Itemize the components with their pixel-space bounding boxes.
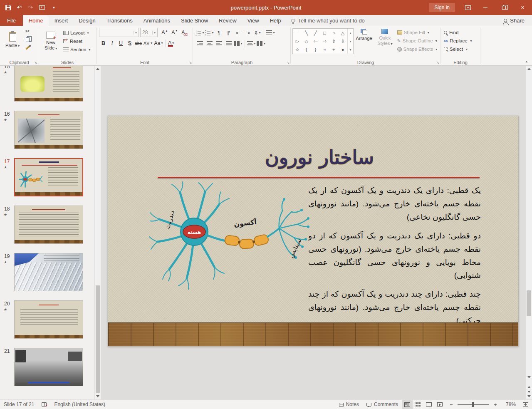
reading-view-button[interactable] xyxy=(423,400,434,409)
shape-icon[interactable]: ◇ xyxy=(302,37,311,45)
increase-indent-button[interactable]: ⇥ xyxy=(243,28,252,37)
tab-transitions[interactable]: Transitions xyxy=(101,15,138,26)
slide-editing-area[interactable]: ساختار نورون xyxy=(101,66,525,399)
ribbon-display-options-button[interactable] xyxy=(460,0,476,15)
decrease-indent-button[interactable]: ⇤ xyxy=(234,28,242,37)
shape-icon[interactable]: □ xyxy=(320,29,329,37)
arrange-button[interactable]: Arrange xyxy=(354,27,374,41)
shape-outline-button[interactable]: ✎Shape Outline xyxy=(396,37,439,45)
notes-button[interactable]: Notes xyxy=(335,400,363,409)
slide-17-canvas[interactable]: ساختار نورون xyxy=(108,116,519,347)
normal-view-button[interactable] xyxy=(402,400,413,409)
start-from-beginning-button[interactable] xyxy=(36,2,47,13)
zoom-in-button[interactable]: + xyxy=(492,402,498,408)
slide-20-thumbnail[interactable] xyxy=(14,300,83,339)
shape-icon[interactable]: ≈ xyxy=(320,45,329,54)
change-case-button[interactable]: Aa xyxy=(153,39,163,47)
replace-button[interactable]: abReplace xyxy=(442,37,479,45)
copy-button[interactable] xyxy=(23,35,32,44)
scroll-down-button[interactable] xyxy=(526,374,532,380)
text-direction-button[interactable] xyxy=(266,28,275,37)
tab-home[interactable]: Home xyxy=(23,15,49,26)
line-spacing-button[interactable]: ⇕ xyxy=(253,28,262,37)
ltr-paragraph-button[interactable]: ¶ xyxy=(224,28,233,37)
shape-icon[interactable]: ⇦ xyxy=(311,37,320,45)
shape-icon[interactable]: ☆ xyxy=(293,45,302,54)
slide-17-thumbnail[interactable] xyxy=(14,158,83,196)
shape-icon[interactable]: ⇧ xyxy=(329,37,338,45)
title-divider-line[interactable] xyxy=(158,177,480,178)
tab-file[interactable]: File xyxy=(0,15,23,26)
tab-animations[interactable]: Animations xyxy=(138,15,176,26)
tab-help[interactable]: Help xyxy=(265,15,287,26)
section-button[interactable]: Section xyxy=(62,45,92,54)
scrollbar-thumb[interactable] xyxy=(96,285,100,393)
paste-button[interactable]: Paste xyxy=(2,30,23,48)
slide-title[interactable]: ساختار نورون xyxy=(108,146,531,169)
bold-button[interactable]: B xyxy=(99,39,108,47)
shape-icon[interactable]: ▷ xyxy=(293,37,302,45)
shape-icon[interactable]: ○ xyxy=(329,29,338,37)
character-spacing-button[interactable]: AV xyxy=(143,39,153,47)
tell-me-box[interactable]: Tell me what you want to do xyxy=(291,15,364,26)
shape-icon[interactable]: ⇩ xyxy=(338,37,347,45)
drawing-dialog-launcher[interactable]: ↘ xyxy=(436,61,439,64)
italic-button[interactable]: I xyxy=(108,39,116,47)
shape-icon[interactable]: ⇨ xyxy=(320,37,329,45)
close-button[interactable]: × xyxy=(513,0,532,15)
tab-view[interactable]: View xyxy=(242,15,265,26)
tab-review[interactable]: Review xyxy=(213,15,242,26)
align-text-button[interactable] xyxy=(247,39,256,48)
clipboard-dialog-launcher[interactable]: ↘ xyxy=(34,61,37,64)
slide-sorter-view-button[interactable] xyxy=(413,400,423,409)
scrollbar-thumb[interactable] xyxy=(527,290,531,316)
slide-16-thumbnail[interactable] xyxy=(14,111,83,149)
align-right-button[interactable] xyxy=(195,39,204,48)
font-size-combo[interactable]: 28 xyxy=(140,28,158,37)
underline-button[interactable]: U xyxy=(116,39,125,47)
slide-15-thumbnail[interactable] xyxy=(14,66,83,102)
columns-button[interactable] xyxy=(234,39,242,48)
language-status-button[interactable]: English (United States) xyxy=(50,400,109,409)
cut-button[interactable]: ✂ xyxy=(23,27,32,35)
tab-insert[interactable]: Insert xyxy=(49,15,74,26)
layout-button[interactable]: Layout xyxy=(62,29,92,37)
font-dialog-launcher[interactable]: ↘ xyxy=(189,61,192,64)
grow-font-button[interactable]: A xyxy=(159,28,168,37)
slide-indicator[interactable]: Slide 17 of 21 xyxy=(0,400,38,409)
find-button[interactable]: Find xyxy=(442,28,479,37)
save-button[interactable] xyxy=(2,2,14,13)
undo-button[interactable]: ↶ xyxy=(14,2,25,13)
clear-formatting-button[interactable]: A xyxy=(179,28,188,37)
slide-19-thumbnail[interactable] xyxy=(14,253,83,291)
zoom-slider-thumb[interactable] xyxy=(472,402,474,407)
tab-slideshow[interactable]: Slide Show xyxy=(176,15,213,26)
bullets-button[interactable] xyxy=(195,28,204,37)
shape-icon[interactable]: ╱ xyxy=(311,29,320,37)
share-button[interactable]: Share xyxy=(504,15,525,26)
paragraph-dialog-launcher[interactable]: ↘ xyxy=(287,61,290,64)
main-vertical-scrollbar[interactable] xyxy=(525,66,532,399)
shape-icon[interactable]: △ xyxy=(338,29,347,37)
scroll-down-button[interactable] xyxy=(95,393,101,399)
select-button[interactable]: Select xyxy=(442,45,479,53)
sign-in-button[interactable]: Sign in xyxy=(429,3,455,12)
font-color-button[interactable]: A xyxy=(167,39,176,47)
text-shadow-button[interactable]: S xyxy=(125,39,134,47)
slide-18-thumbnail[interactable] xyxy=(14,206,83,244)
zoom-out-button[interactable]: − xyxy=(448,402,454,408)
comments-button[interactable]: Comments xyxy=(363,400,402,409)
numbering-button[interactable] xyxy=(205,28,214,37)
shape-icon[interactable]: ╲ xyxy=(302,29,311,37)
slide-21-thumbnail[interactable] xyxy=(14,348,83,386)
scroll-up-button[interactable] xyxy=(95,66,101,72)
zoom-slider[interactable] xyxy=(458,404,489,405)
spelling-status-button[interactable] xyxy=(38,400,50,409)
neuron-diagram[interactable]: هسته دندریت آکسون سیناپس xyxy=(148,178,314,297)
shape-icon[interactable]: ─ xyxy=(293,29,302,37)
new-slide-button[interactable]: New Slide xyxy=(40,30,62,51)
strikethrough-button[interactable]: abc xyxy=(134,39,143,47)
shapes-gallery[interactable]: ─ ╲ ╱ □ ○ △ ▷ ◇ ⇦ ⇨ ⇧ ⇩ ☆ { } ≈ + xyxy=(292,28,354,54)
tab-design[interactable]: Design xyxy=(73,15,101,26)
previous-slide-button[interactable] xyxy=(526,383,532,389)
